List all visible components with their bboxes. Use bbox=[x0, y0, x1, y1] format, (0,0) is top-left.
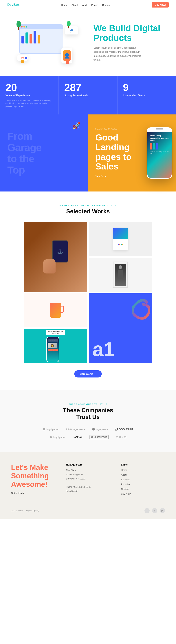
logo-6-text: LaNdae bbox=[73, 436, 82, 439]
navbar: DevBox Home About Work Pages Contact Buy… bbox=[0, 0, 176, 10]
work-2-bg bbox=[89, 222, 152, 256]
tree-right bbox=[67, 21, 70, 28]
logo-5: logoipsum bbox=[50, 436, 66, 438]
work-1-content: ⚓ bbox=[24, 222, 87, 292]
trust-section-title: These CompaniesTrust Us bbox=[7, 407, 169, 420]
works-section-label: We Design and Develop Cool Products bbox=[7, 204, 169, 206]
cup-shape bbox=[50, 303, 61, 318]
garage-title: From Garage to the Top bbox=[7, 130, 42, 176]
buy-button[interactable]: Buy Now! bbox=[152, 2, 169, 8]
poster-bottom bbox=[113, 239, 128, 250]
poster-illustration bbox=[113, 228, 128, 250]
social-youtube[interactable]: ▶ bbox=[160, 508, 165, 513]
chart-bar-5 bbox=[38, 35, 40, 44]
logo-3-text: logoipsum bbox=[96, 428, 108, 431]
stat-years-number: 20 bbox=[6, 82, 53, 93]
footer-address: Headquarters New York 123 Montague St. B… bbox=[66, 463, 110, 497]
logo-4: LOGOIPSUM bbox=[115, 428, 133, 431]
hero-description: Lorem ipsum dolor sit amet, consectetur … bbox=[94, 46, 145, 62]
garage-section: 🚀 From Garage to the Top Featured Projec… bbox=[0, 114, 176, 192]
cup-illustration bbox=[50, 303, 61, 318]
dot-yellow bbox=[24, 26, 25, 28]
logo-7-text: LOREM IPSUM bbox=[94, 436, 107, 438]
person-icon: 👤 bbox=[64, 53, 70, 59]
logo-5-text: logoipsum bbox=[53, 436, 66, 438]
footer-link-home[interactable]: Home bbox=[121, 469, 128, 472]
hero-illustration: ☁ Cloud </> 👤 bbox=[11, 21, 86, 65]
logo-2-text: logoipsum bbox=[73, 428, 85, 431]
featured-label: Featured Project bbox=[95, 128, 119, 130]
get-in-touch-link[interactable]: Get in touch → bbox=[11, 492, 27, 495]
chart-bar-1 bbox=[22, 36, 24, 44]
logo-4-icon bbox=[115, 428, 116, 430]
footer-headquarters-title: Headquarters bbox=[66, 463, 110, 466]
work-item-5[interactable]: a1 bbox=[89, 293, 152, 363]
logo-1-icon bbox=[43, 428, 45, 430]
footer-links: Links Home About Services Portfolio Cont… bbox=[121, 463, 165, 497]
browser-bar bbox=[20, 25, 63, 29]
phone2-screen: SPEAKER 👩 REGISTER bbox=[47, 337, 59, 362]
work-3-bg bbox=[89, 258, 152, 292]
logo-8-circle-1 bbox=[116, 436, 118, 438]
browser-illustration bbox=[19, 24, 63, 54]
block-orange bbox=[66, 61, 69, 64]
work-item-3[interactable] bbox=[89, 258, 152, 292]
footer-city: New York 123 Montague St. Brooklyn, NY 1… bbox=[66, 468, 110, 494]
phone2-mockup: SPEAKER 👩 REGISTER bbox=[46, 336, 59, 362]
phone-screen: Unique startup framework for your next p… bbox=[148, 132, 172, 179]
logo: DevBox bbox=[7, 3, 20, 7]
footer-link-about[interactable]: About bbox=[121, 474, 127, 476]
trust-logos-row-1: logoipsum logoipsum logoipsum LOGOIPSUM bbox=[7, 428, 169, 431]
logo-1-text: logoipsum bbox=[46, 428, 58, 431]
trust-logos-row-2: logoipsum LaNdae LOREM IPSUM bbox=[7, 435, 169, 439]
more-works-button[interactable]: More Works → bbox=[74, 370, 102, 378]
stat-years: 20 Years of Experience Lorem ipsum dolor… bbox=[0, 76, 59, 114]
work-item-4[interactable] bbox=[24, 293, 87, 328]
stat-teams-number: 9 bbox=[123, 82, 170, 93]
nav-about[interactable]: About bbox=[72, 4, 78, 6]
dot-3 bbox=[70, 428, 72, 430]
nav-work[interactable]: Work bbox=[82, 4, 87, 6]
logo-8-circle-3 bbox=[122, 436, 124, 438]
footer-link-services[interactable]: Services bbox=[121, 478, 130, 481]
phone-text: Unique startup framework for your next p… bbox=[150, 135, 170, 155]
logo-3-icon bbox=[92, 428, 95, 430]
stat-professionals-number: 287 bbox=[64, 82, 112, 93]
logo-text: DevBox bbox=[7, 3, 20, 6]
work-item-2[interactable] bbox=[89, 222, 152, 256]
frame-illustration bbox=[113, 262, 128, 288]
work-item-1[interactable]: ⚓ bbox=[24, 222, 87, 292]
work-4-content bbox=[24, 293, 87, 328]
footer-bottom: 2023 DevBox — Digital Agency f t ▶ bbox=[11, 504, 165, 513]
stats-section: 20 Years of Experience Lorem ipsum dolor… bbox=[0, 76, 176, 114]
work-item-6[interactable]: WEB DESIGN TALKS BEYOND SPEAKER 👩 REGIST… bbox=[24, 329, 87, 363]
footer-links-list: Home About Services Portfolio Contact Bu… bbox=[121, 468, 165, 496]
work-3-content bbox=[89, 258, 152, 292]
garage-left: 🚀 From Garage to the Top bbox=[0, 114, 88, 192]
footer-link-buy[interactable]: Buy Now bbox=[121, 492, 130, 495]
work-6-bg: WEB DESIGN TALKS BEYOND SPEAKER 👩 REGIST… bbox=[24, 329, 87, 363]
dot-1 bbox=[66, 428, 67, 430]
chart-bar-2 bbox=[26, 32, 28, 44]
poster-top bbox=[113, 228, 128, 239]
browser-content bbox=[20, 29, 63, 45]
nav-pages[interactable]: Pages bbox=[91, 4, 98, 6]
footer-cta-title: Let's Make Something Awesome! bbox=[11, 463, 55, 488]
view-case-link[interactable]: View Case bbox=[95, 175, 106, 178]
social-facebook[interactable]: f bbox=[144, 508, 150, 513]
stat-teams: 9 Independent Teams bbox=[118, 76, 176, 114]
person-figure: 👤 bbox=[63, 50, 70, 61]
logo-6: LaNdae bbox=[73, 436, 82, 439]
nav-home[interactable]: Home bbox=[61, 4, 68, 6]
cloud-label: Cloud bbox=[70, 32, 74, 34]
social-twitter[interactable]: t bbox=[152, 508, 157, 513]
nav-contact[interactable]: Contact bbox=[102, 4, 110, 6]
hero-section: ☁ Cloud </> 👤 bbox=[0, 10, 176, 76]
logo-7-icon bbox=[91, 436, 93, 438]
stat-professionals-label: Strong Professionals bbox=[64, 94, 112, 98]
footer-link-portfolio[interactable]: Portfolio bbox=[121, 483, 130, 486]
dot-red bbox=[21, 26, 22, 28]
footer-copyright: 2023 DevBox — Digital Agency bbox=[11, 510, 39, 512]
footer-link-contact[interactable]: Contact bbox=[121, 488, 129, 490]
logo-8-square bbox=[124, 436, 126, 438]
